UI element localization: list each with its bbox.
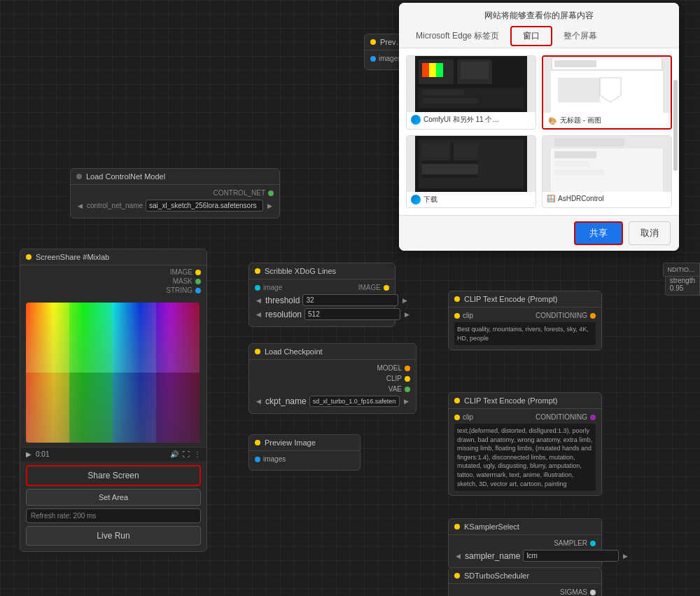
tab-window[interactable]: 窗口 [510,26,552,46]
svg-rect-33 [454,143,478,160]
svg-rect-6 [156,303,200,373]
svg-rect-27 [558,78,600,102]
screenshare-title: ScreenShare #Mixlab [36,253,109,261]
more-icon[interactable]: ⋮ [194,450,201,458]
preview-bottom-title: Preview Image [265,438,316,447]
controlnet-field-input[interactable] [146,200,263,212]
clip-pos-text: Best quality, mountains, rivers, forests… [454,322,596,345]
ckpt-label: ckpt_name [265,396,307,406]
scribble-out-label: IMAGE [358,284,381,291]
screenshare-node: ScreenShare #Mixlab IMAGE MASK STRING [20,249,207,552]
color-gradient-svg [26,303,200,443]
refresh-field: Refresh rate: 200 ms [26,508,201,523]
play-icon[interactable]: ▶ [26,450,31,458]
model-row: MODEL [255,364,410,372]
svg-rect-9 [113,373,156,443]
clip-neg-in-connector[interactable] [454,415,460,420]
thumb-img-download [407,136,536,192]
share-screen-button[interactable]: Share Screen [26,465,201,486]
sdturbo-out-label: SIGMAS [560,588,587,596]
load-checkpoint-node: Load Checkpoint MODEL CLIP VAE ◀ [248,343,416,414]
preview-bottom-node: Preview Image images [248,434,360,471]
dialog-tabs: Microsoft Edge 标签页 窗口 整个屏幕 [399,26,679,48]
ckpt-left-arrow[interactable]: ◀ [255,397,262,406]
controlnet-field-label: control_net_name [87,202,143,209]
tab-edge[interactable]: Microsoft Edge 标签页 [407,26,507,48]
cancel-button[interactable]: 取消 [629,221,671,245]
clip-pos-out-label: CONDITIONING [536,312,587,319]
clip-connector[interactable] [405,376,410,382]
sdturbo-dot [454,573,460,578]
clip-pos-out-connector[interactable] [590,313,596,319]
scribble-node: Scribble XDoG Lines image IMAGE ◀ thresh… [248,263,396,327]
scribble-io-row: image IMAGE [255,284,389,291]
clip-neg-out-connector[interactable] [590,415,596,420]
ckpt-right-arrow[interactable]: ▶ [402,397,410,406]
set-area-button[interactable]: Set Area [26,489,201,506]
preview-top-connector[interactable] [370,56,376,62]
port-string: STRING [26,286,201,294]
video-time: 0:01 [36,450,49,458]
share-thumb-paint[interactable]: 🎨 无标题 - 画图 [542,55,672,130]
screenshare-status-dot [26,254,31,260]
color-canvas-container [26,303,200,443]
threshold-left-arrow[interactable]: ◀ [255,296,262,305]
thumb-label-comfy: ComfyUI 和另外 11 个… [407,112,536,127]
svg-rect-3 [26,303,69,373]
share-thumb-ashdr[interactable]: 🪟 AsHDRControl [542,135,672,208]
sampler-input[interactable] [523,550,619,562]
edge-icon-download [411,195,421,205]
port-string-label: STRING [166,286,192,294]
string-out-connector[interactable] [195,288,201,293]
ksampler-title: KSamplerSelect [464,522,519,531]
arrow-left-controlnet[interactable]: ◀ [76,202,84,210]
preview-bottom-port: images [255,455,354,463]
volume-icon[interactable]: 🔊 [170,450,178,458]
vae-row: VAE [255,385,410,393]
dialog-scrollbar[interactable] [673,80,678,171]
live-run-button[interactable]: Live Run [26,526,201,546]
arrow-right-controlnet[interactable]: ▶ [266,202,274,210]
clip-positive-node: CLIP Text Encode (Prompt) clip CONDITION… [448,291,602,350]
mask-out-connector[interactable] [195,279,201,284]
model-connector[interactable] [405,366,410,371]
dialog-footer: 共享 取消 [399,215,679,251]
share-confirm-button[interactable]: 共享 [574,221,623,245]
tab-fullscreen[interactable]: 整个屏幕 [555,26,606,48]
sdturbo-header: SDTurboScheduler [449,568,601,584]
share-thumb-download[interactable]: 下载 [406,135,536,208]
ksampler-out-connector[interactable] [590,541,596,546]
edge-icon-comfy [411,115,421,125]
scribble-out-connector[interactable] [384,285,389,291]
resolution-left-arrow[interactable]: ◀ [255,310,262,319]
svg-rect-8 [69,373,113,443]
sdturbo-out-connector[interactable] [590,590,596,595]
resolution-input[interactable] [304,308,400,320]
preview-bottom-connector[interactable] [255,457,260,462]
clip-neg-dot [454,398,460,403]
share-thumb-comfy[interactable]: ComfyUI 和另外 11 个… [406,55,536,130]
sampler-right-arrow[interactable]: ▶ [622,552,629,560]
threshold-input[interactable] [302,294,398,306]
scribble-in-connector[interactable] [255,285,260,291]
scribble-dot [255,268,260,274]
resolution-right-arrow[interactable]: ▶ [403,310,411,319]
clip-pos-in-connector[interactable] [454,313,460,319]
preview-bottom-port-label: images [263,455,286,463]
fullscreen-icon[interactable]: ⛶ [183,450,190,458]
condition-display: NDITIO… [663,263,701,277]
ckpt-input[interactable] [309,396,400,407]
sdturbo-node: SDTurboScheduler SIGMAS model [448,567,602,596]
svg-rect-7 [26,373,69,443]
thumb-label-download: 下载 [407,192,536,207]
vae-connector[interactable] [405,387,410,392]
clip-positive-title: CLIP Text Encode (Prompt) [464,295,558,303]
sampler-left-arrow[interactable]: ◀ [454,552,462,560]
controlnet-output-label: CONTROL_NET [214,189,265,197]
strength-value: 0.95 [670,284,683,292]
threshold-right-arrow[interactable]: ▶ [401,296,409,305]
ashdr-preview-svg [551,136,663,192]
image-out-connector[interactable] [195,270,201,275]
controlnet-output-connector[interactable] [268,190,274,196]
load-controlnet-node: Load ControlNet Model CONTROL_NET ◀ cont… [70,168,280,219]
